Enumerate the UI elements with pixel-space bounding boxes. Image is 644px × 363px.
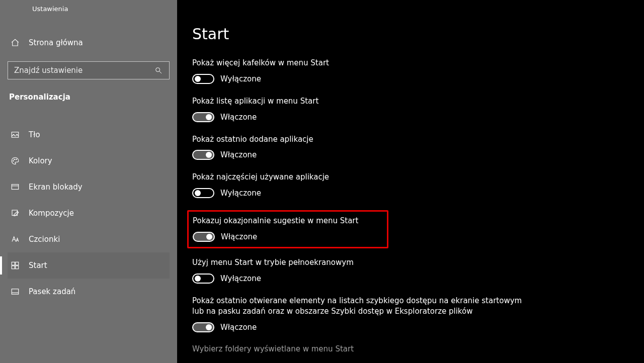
sidebar-item-label: Tło xyxy=(29,130,40,139)
toggle-switch[interactable] xyxy=(192,188,214,198)
themes-icon xyxy=(11,209,20,218)
toggle-row: Włączone xyxy=(192,112,644,122)
settings-main: Start Pokaż więcej kafelków w menu Start… xyxy=(177,0,644,363)
sidebar-nav: Tło Kolory Ekran blokady Kompozycje xyxy=(8,122,170,305)
toggle-knob xyxy=(206,324,212,330)
toggle-row: Włączone xyxy=(192,322,644,332)
toggle-knob xyxy=(195,276,201,282)
svg-rect-10 xyxy=(16,262,19,265)
setting-label: Pokaż więcej kafelków w menu Start xyxy=(192,58,524,69)
toggle-state-label: Wyłączone xyxy=(220,189,261,198)
toggle-knob xyxy=(206,234,212,240)
sidebar-item-fonts[interactable]: Czcionki xyxy=(8,226,170,252)
toggle-switch[interactable] xyxy=(192,322,214,332)
toggle-knob xyxy=(206,152,212,158)
svg-point-0 xyxy=(156,68,160,72)
taskbar-icon xyxy=(11,287,20,296)
toggle-switch[interactable] xyxy=(193,232,215,242)
search-icon xyxy=(154,66,163,75)
svg-rect-9 xyxy=(12,262,15,265)
fonts-icon xyxy=(11,235,20,244)
setting-item: Pokaż więcej kafelków w menu StartWyłącz… xyxy=(192,58,644,84)
toggle-state-label: Włączone xyxy=(220,323,257,332)
toggle-knob xyxy=(195,190,201,196)
toggle-state-label: Włączone xyxy=(221,232,257,241)
setting-item: Pokaż ostatnio dodane aplikacjeWłączone xyxy=(192,134,644,160)
svg-rect-12 xyxy=(16,266,19,269)
toggle-state-label: Wyłączone xyxy=(220,274,261,283)
search-input[interactable]: Znajdź ustawienie xyxy=(8,61,170,79)
toggle-state-label: Wyłączone xyxy=(220,74,261,83)
lockscreen-icon xyxy=(11,183,20,192)
picture-icon xyxy=(11,130,20,139)
nav-home[interactable]: Strona główna xyxy=(8,33,170,52)
svg-rect-13 xyxy=(12,289,19,295)
toggle-row: Włączone xyxy=(193,232,380,242)
window-title: Ustawienia xyxy=(32,5,68,13)
home-icon xyxy=(11,38,20,47)
sidebar-item-label: Start xyxy=(29,261,47,270)
toggle-switch[interactable] xyxy=(192,150,214,160)
sidebar-item-label: Ekran blokady xyxy=(29,183,83,192)
svg-point-5 xyxy=(16,159,17,160)
setting-item: Pokaż najczęściej używane aplikacjeWyłąc… xyxy=(192,172,644,198)
svg-point-4 xyxy=(14,159,15,160)
toggle-switch[interactable] xyxy=(192,274,214,284)
svg-rect-11 xyxy=(12,266,15,269)
svg-point-3 xyxy=(13,160,14,161)
sidebar-item-label: Kolory xyxy=(29,156,52,165)
toggle-knob xyxy=(195,76,201,82)
search-placeholder: Znajdź ustawienie xyxy=(14,66,83,75)
toggle-row: Włączone xyxy=(192,150,644,160)
setting-label: Pokaż ostatnio otwierane elementy na lis… xyxy=(192,296,524,318)
svg-line-1 xyxy=(159,71,162,73)
start-icon xyxy=(11,261,20,270)
palette-icon xyxy=(11,156,20,165)
setting-label: Pokaż najczęściej używane aplikacje xyxy=(192,172,524,183)
svg-rect-6 xyxy=(12,185,19,190)
page-title: Start xyxy=(192,25,644,43)
sidebar-item-lockscreen[interactable]: Ekran blokady xyxy=(8,174,170,200)
toggle-switch[interactable] xyxy=(192,74,214,84)
setting-item: Pokazuj okazjonalnie sugestie w menu Sta… xyxy=(187,210,388,248)
toggle-row: Wyłączone xyxy=(192,74,644,84)
window-titlebar: Ustawienia xyxy=(0,0,177,17)
settings-sidebar: Ustawienia Strona główna Znajdź ustawien… xyxy=(0,0,177,363)
toggle-row: Wyłączone xyxy=(192,274,644,284)
toggle-switch[interactable] xyxy=(192,112,214,122)
toggle-row: Wyłączone xyxy=(192,188,644,198)
sidebar-item-label: Czcionki xyxy=(29,235,60,244)
setting-item: Pokaż listę aplikacji w menu StartWłączo… xyxy=(192,96,644,122)
toggle-state-label: Włączone xyxy=(220,150,257,159)
setting-label: Pokaż listę aplikacji w menu Start xyxy=(192,96,524,107)
toggle-state-label: Włączone xyxy=(220,113,257,122)
sidebar-item-themes[interactable]: Kompozycje xyxy=(8,200,170,226)
nav-home-label: Strona główna xyxy=(29,38,83,47)
setting-label: Użyj menu Start w trybie pełnoekranowym xyxy=(192,257,524,268)
setting-label: Pokaż ostatnio dodane aplikacje xyxy=(192,134,524,145)
sidebar-item-start[interactable]: Start xyxy=(8,252,170,279)
sidebar-category: Personalizacja xyxy=(8,79,170,108)
setting-item: Pokaż ostatnio otwierane elementy na lis… xyxy=(192,296,644,333)
sidebar-item-label: Pasek zadań xyxy=(29,287,75,296)
sidebar-item-background[interactable]: Tło xyxy=(8,122,170,148)
setting-label: Pokazuj okazjonalnie sugestie w menu Sta… xyxy=(193,216,380,227)
choose-folders-link[interactable]: Wybierz foldery wyświetlane w menu Start xyxy=(192,344,644,353)
sidebar-item-taskbar[interactable]: Pasek zadań xyxy=(8,279,170,305)
sidebar-item-label: Kompozycje xyxy=(29,209,74,218)
toggle-knob xyxy=(206,114,212,120)
sidebar-item-colors[interactable]: Kolory xyxy=(8,148,170,174)
setting-item: Użyj menu Start w trybie pełnoekranowymW… xyxy=(192,257,644,284)
